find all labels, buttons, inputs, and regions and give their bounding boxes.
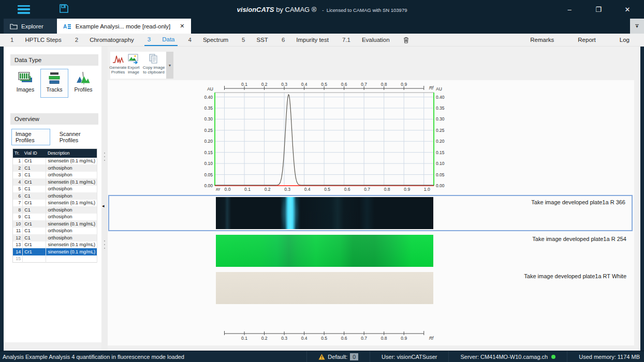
step-chromatography[interactable]: 2Chromatography <box>72 34 137 46</box>
default-count-badge: 0 <box>350 353 358 360</box>
step-hptlc-steps[interactable]: 1HPTLC Steps <box>7 34 65 46</box>
restore-button[interactable]: ❐ <box>593 6 604 13</box>
plate-image-white[interactable] <box>216 272 433 304</box>
tab-close-icon[interactable]: ✕ <box>180 23 184 29</box>
svg-text:0.0: 0.0 <box>225 187 231 192</box>
svg-text:0.2: 0.2 <box>261 336 268 341</box>
table-row[interactable]: 5C1orthosiphon <box>13 186 97 193</box>
svg-text:0.30: 0.30 <box>204 116 213 122</box>
main-area: Generate Profiles Export image <box>108 47 640 351</box>
server-status-dot <box>551 355 555 359</box>
step-evaluation[interactable]: 7.1Evaluation <box>339 34 412 46</box>
data-toolbar: Generate Profiles Export image <box>110 52 173 79</box>
svg-text:0.30: 0.30 <box>436 116 445 122</box>
analysis-doc-icon: A <box>63 24 71 29</box>
svg-text:0.1: 0.1 <box>241 336 247 341</box>
svg-text:Rf: Rf <box>216 187 220 192</box>
table-row[interactable]: 8C1orthosiphon <box>13 206 97 214</box>
svg-text:A: A <box>63 24 67 29</box>
data-type-tracks[interactable]: Tracks <box>40 69 68 98</box>
svg-text:0.35: 0.35 <box>204 105 213 111</box>
table-row[interactable]: 3C1orthosiphon <box>13 172 97 179</box>
warning-icon <box>318 354 325 360</box>
step-data[interactable]: 3Data <box>144 34 178 46</box>
densitogram-chart[interactable]: 0.10.20.30.40.50.60.70.80.9Rf0.000.000.0… <box>203 81 545 194</box>
step-sst[interactable]: 5SST <box>239 34 271 46</box>
right-edge <box>640 47 644 351</box>
tracks-table-header: Tr. Vial ID Description <box>13 149 97 158</box>
window-title: visionCATS by CAMAG ® - Licensed to CAMA… <box>0 6 644 13</box>
svg-text:0.3: 0.3 <box>281 82 287 87</box>
data-type-images[interactable]: Images <box>11 69 39 98</box>
tab-overflow-button[interactable]: ▼ <box>630 19 644 34</box>
collapse-sidebar-icon[interactable]: ◂ <box>102 203 105 208</box>
copy-icon <box>148 54 159 64</box>
export-image-icon <box>128 54 139 64</box>
table-row[interactable]: 9C1orthosiphon <box>13 214 97 221</box>
tab-document-label: Example Analysi... mode [read-only] <box>76 23 170 29</box>
app-window: visionCATS by CAMAG ® - Licensed to CAMA… <box>0 0 644 362</box>
tab-image-profiles[interactable]: Image Profiles <box>11 129 50 145</box>
sidebar-splitter[interactable]: ◂ <box>101 47 108 351</box>
export-image-button[interactable]: Export image <box>126 52 141 79</box>
plate-image-r366[interactable] <box>216 197 433 229</box>
svg-text:0.4: 0.4 <box>301 82 308 87</box>
save-icon[interactable] <box>59 4 69 16</box>
step-spectrum[interactable]: 4Spectrum <box>185 34 231 46</box>
tab-document[interactable]: A Example Analysi... mode [read-only] ✕ <box>57 19 191 34</box>
table-row[interactable]: 11C1orthosiphon <box>13 228 97 235</box>
remarks-button[interactable]: Remarks <box>530 37 554 43</box>
track-image-caption: Take image developed plate1a R 254 <box>532 236 626 242</box>
copy-image-button[interactable]: Copy image to clipboard <box>141 52 166 79</box>
close-button[interactable]: ✕ <box>622 6 633 13</box>
svg-text:0.00: 0.00 <box>436 183 445 188</box>
log-button[interactable]: Log <box>620 37 630 43</box>
left-edge <box>0 47 4 351</box>
sidebar: Data Type Images <box>4 47 101 342</box>
table-row[interactable]: 1Cr1sinensetin (0.1 mg/mL) <box>13 158 97 165</box>
status-default-tasks[interactable]: Default: 0 <box>306 351 370 362</box>
table-row[interactable]: 4Cr1sinensetin (0.1 mg/mL) <box>13 178 97 186</box>
svg-text:0.9: 0.9 <box>401 82 407 87</box>
track-image-row-r366[interactable]: Take image developed plate1a R 366 <box>108 195 633 231</box>
report-button[interactable]: Report <box>578 37 596 43</box>
table-row[interactable]: 7Cr1sinensetin (0.1 mg/mL) <box>13 200 97 207</box>
tab-explorer[interactable]: Explorer <box>4 19 57 34</box>
table-row[interactable]: 6C1orthosiphon <box>13 192 97 200</box>
table-row[interactable]: 14Cr1sinensetin (0.1 mg/mL) <box>13 248 97 255</box>
table-row[interactable]: 2C1orthosiphon <box>13 164 97 172</box>
svg-text:1.0: 1.0 <box>424 187 430 192</box>
tracks-table: Tr. Vial ID Description 1Cr1sinensetin (… <box>12 148 97 263</box>
svg-text:0.2: 0.2 <box>265 187 271 192</box>
track-image-row-r254[interactable]: Take image developed plate1a R 254 <box>108 233 633 269</box>
svg-text:0.7: 0.7 <box>361 82 367 87</box>
table-row[interactable]: 10Cr1sinensetin (0.1 mg/mL) <box>13 220 97 228</box>
plate-image-r254[interactable] <box>216 235 433 267</box>
svg-text:0.7: 0.7 <box>364 187 370 192</box>
data-type-profiles[interactable]: Profiles <box>69 69 97 98</box>
generate-profiles-button[interactable]: Generate Profiles <box>110 52 126 79</box>
svg-text:0.25: 0.25 <box>204 128 213 133</box>
table-row[interactable]: 15 <box>13 255 97 263</box>
svg-text:0.40: 0.40 <box>436 95 445 100</box>
svg-text:AU: AU <box>207 86 213 92</box>
trash-icon[interactable] <box>403 37 409 43</box>
images-icon <box>18 71 33 85</box>
svg-text:0.9: 0.9 <box>401 336 407 341</box>
minimize-button[interactable]: – <box>564 6 575 13</box>
svg-text:0.8: 0.8 <box>381 82 387 87</box>
svg-text:0.1: 0.1 <box>244 187 251 192</box>
svg-text:0.8: 0.8 <box>381 336 387 341</box>
toolbar-scrollbar[interactable]: ▼ <box>166 52 173 79</box>
table-row[interactable]: 12C1orthosiphon <box>13 234 97 242</box>
tab-scanner-profiles[interactable]: Scanner Profiles <box>55 129 98 145</box>
generate-profiles-icon <box>112 54 124 64</box>
menu-hamburger-icon[interactable] <box>18 5 30 14</box>
track-image-row-white[interactable]: Take image developed plate1a RT White <box>108 270 633 306</box>
overview-panel: Overview Image Profiles Scanner Profiles… <box>10 113 98 263</box>
step-impurity-test[interactable]: 6Impurity test <box>279 34 332 46</box>
table-row[interactable]: 13Cr1sinensetin (0.1 mg/mL) <box>13 242 97 249</box>
profiles-icon <box>76 71 91 85</box>
svg-text:0.05: 0.05 <box>204 172 213 177</box>
overview-header: Overview <box>10 113 98 125</box>
